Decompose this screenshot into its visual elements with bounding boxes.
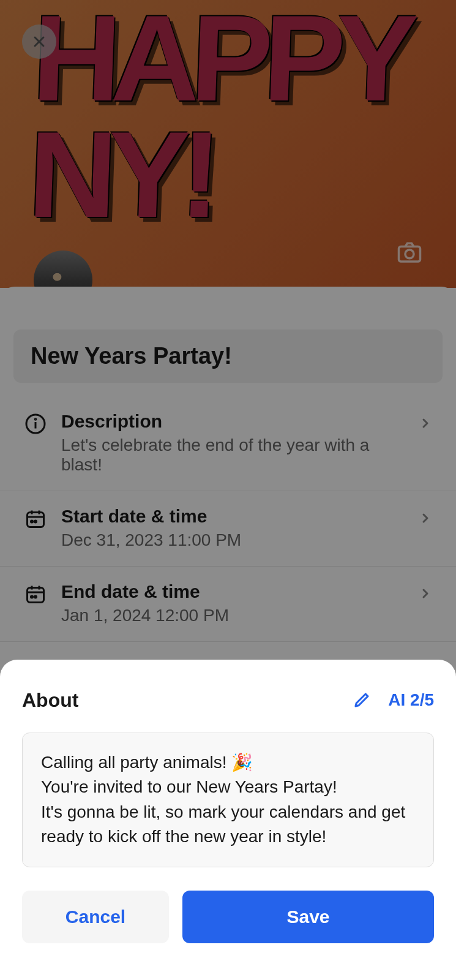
cancel-button[interactable]: Cancel (22, 891, 169, 943)
about-textarea[interactable]: Calling all party animals! 🎉 You're invi… (22, 733, 434, 867)
ai-regenerate-button[interactable]: AI 2/5 (388, 690, 434, 710)
about-text-content: Calling all party animals! 🎉 You're invi… (41, 750, 415, 850)
edit-icon[interactable] (353, 691, 371, 709)
sheet-title: About (22, 689, 78, 712)
about-sheet: About AI 2/5 Calling all party animals! … (0, 660, 456, 980)
save-button[interactable]: Save (182, 891, 434, 943)
